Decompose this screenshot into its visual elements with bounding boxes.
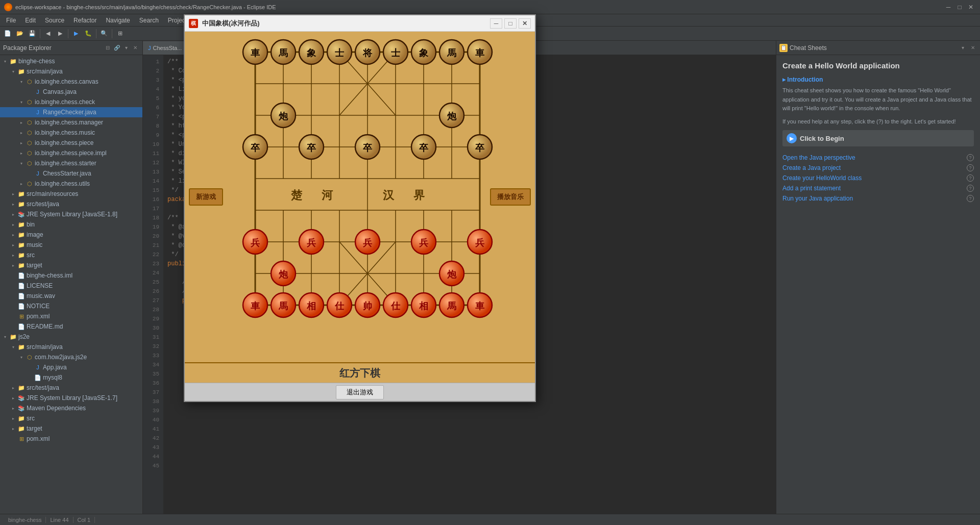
toggle-icon[interactable]: ▸ [17,151,26,156]
cheat-intro-title[interactable]: Introduction [782,76,974,83]
new-game-button[interactable]: 新游戏 [189,188,223,206]
maximize-button[interactable]: □ [954,2,965,12]
tree-pom-xml-2[interactable]: ⊞ pom.xml [0,434,142,444]
minimize-button[interactable]: ─ [943,2,953,12]
toggle-icon[interactable]: ▾ [1,59,9,64]
toggle-icon[interactable]: ▾ [17,355,26,360]
chess-board-area[interactable]: 新游戏 播放音乐 [185,32,535,362]
toolbar-save[interactable]: 💾 [27,28,38,39]
toolbar-perspective[interactable]: ⊞ [114,28,126,39]
cheat-sheets-menu[interactable]: ▾ [959,44,967,52]
tree-src-main-java[interactable]: ▾ 📁 src/main/java [0,66,142,77]
toggle-icon[interactable]: ▾ [17,80,26,84]
help-icon-1[interactable]: ? [967,154,974,161]
toggle-icon[interactable]: ▸ [9,202,17,207]
cheat-add-print-link[interactable]: Add a print statement [782,185,841,192]
tree-mysql8[interactable]: 📄 mysql8 [0,372,142,383]
help-icon-3[interactable]: ? [967,174,974,182]
tree-pkg-starter[interactable]: ▾ ⬡ io.binghe.chess.starter [0,158,142,168]
toolbar-back[interactable]: ◀ [42,28,54,39]
menu-refactor[interactable]: Refactor [69,16,101,25]
toolbar-debug[interactable]: 🐛 [83,28,94,39]
toggle-icon[interactable]: ▸ [9,253,17,258]
view-menu-icon[interactable]: ▾ [122,44,130,52]
tree-pkg-piece-impl[interactable]: ▸ ⬡ io.binghe.chess.piece.impl [0,148,142,158]
tree-license[interactable]: 📄 LICENSE [0,281,142,291]
link-editor-icon[interactable]: 🔗 [113,44,121,52]
cheat-create-project-link[interactable]: Create a Java project [782,164,841,171]
toggle-icon[interactable]: ▸ [9,243,17,247]
tree-project-binghe-chess[interactable]: ▾ 📁 binghe-chess [0,56,142,66]
chess-exit-button[interactable]: 退出游戏 [336,385,384,399]
menu-search[interactable]: Search [135,16,163,25]
chess-close-btn[interactable]: ✕ [519,18,531,29]
toggle-icon[interactable]: ▸ [9,192,17,196]
play-music-button[interactable]: 播放音乐 [490,188,531,206]
tree-bin[interactable]: ▸ 📁 bin [0,219,142,230]
tree-music-wav[interactable]: 📄 music.wav [0,291,142,301]
help-icon-5[interactable]: ? [967,195,974,202]
toggle-icon[interactable]: ▸ [17,131,26,135]
toggle-icon[interactable]: ▸ [17,141,26,145]
toggle-icon[interactable]: ▸ [9,212,17,217]
menu-file[interactable]: File [2,16,20,25]
toolbar-forward[interactable]: ▶ [55,28,66,39]
menu-source[interactable]: Source [41,16,68,25]
tree-target[interactable]: ▸ 📁 target [0,260,142,270]
chess-maximize-btn[interactable]: □ [504,18,517,29]
tree-pkg-piece[interactable]: ▸ ⬡ io.binghe.chess.piece [0,138,142,148]
tree-binghe-iml[interactable]: 📄 binghe-chess.iml [0,270,142,281]
tree-jre-library[interactable]: ▸ 📚 JRE System Library [JavaSE-1.8] [0,209,142,219]
toggle-icon[interactable]: ▸ [9,406,17,411]
tree-js2e-src2[interactable]: ▸ 📁 src [0,413,142,423]
toggle-icon[interactable]: ▸ [9,396,17,401]
tree-app-java[interactable]: J App.java [0,362,142,372]
toggle-icon[interactable]: ▾ [9,345,17,349]
toolbar-run[interactable]: ▶ [70,28,82,39]
menu-edit[interactable]: Edit [21,16,40,25]
tree-pkg-how2java[interactable]: ▾ ⬡ com.how2java.js2e [0,352,142,362]
toggle-icon[interactable]: ▾ [1,335,9,339]
toggle-icon[interactable]: ▸ [9,416,17,421]
menu-navigate[interactable]: Navigate [102,16,134,25]
tree-js2e-target[interactable]: ▸ 📁 target [0,423,142,434]
toolbar-new[interactable]: 📄 [2,28,13,39]
tree-pkg-utils[interactable]: ▸ ⬡ io.binghe.chess.utils [0,179,142,189]
tree-chessstarter-java[interactable]: J ChessStarter.java [0,168,142,179]
toggle-icon[interactable]: ▸ [9,233,17,237]
tree-js2e-src[interactable]: ▾ 📁 src/main/java [0,342,142,352]
tree-pom-xml-1[interactable]: ⊞ pom.xml [0,311,142,321]
tree-js2e-jre[interactable]: ▸ 📚 JRE System Library [JavaSE-1.7] [0,393,142,403]
cheat-run-app-link[interactable]: Run your Java application [782,195,853,202]
package-tree[interactable]: ▾ 📁 binghe-chess ▾ 📁 src/main/java ▾ ⬡ i… [0,55,142,514]
collapse-all-icon[interactable]: ⊟ [104,44,112,52]
tree-notice[interactable]: 📄 NOTICE [0,301,142,311]
tree-src-main-res[interactable]: ▸ 📁 src/main/resources [0,189,142,199]
toggle-icon[interactable]: ▸ [9,427,17,431]
tree-src[interactable]: ▸ 📁 src [0,250,142,260]
toggle-icon[interactable]: ▸ [9,263,17,268]
tree-music[interactable]: ▸ 📁 music [0,240,142,250]
help-icon-4[interactable]: ? [967,185,974,192]
tree-project-js2e[interactable]: ▾ 📁 js2e [0,332,142,342]
close-panel-icon[interactable]: ✕ [131,44,139,52]
cheat-open-java-link[interactable]: Open the Java perspective [782,154,855,161]
toggle-icon[interactable]: ▾ [17,161,26,166]
tree-pkg-check[interactable]: ▾ ⬡ io.binghe.chess.check [0,97,142,107]
tree-readme[interactable]: 📄 README.md [0,321,142,332]
tree-maven-deps[interactable]: ▸ 📚 Maven Dependencies [0,403,142,413]
toggle-icon[interactable]: ▾ [9,69,17,74]
tree-canvas-java[interactable]: J Canvas.java [0,87,142,97]
toolbar-search[interactable]: 🔍 [99,28,110,39]
close-button[interactable]: ✕ [966,2,976,12]
toggle-icon[interactable]: ▸ [9,222,17,227]
toggle-icon[interactable]: ▸ [17,182,26,186]
tree-rangechecker-java[interactable]: J RangeChecker.java [0,107,142,117]
tree-js2e-test[interactable]: ▸ 📁 src/test/java [0,383,142,393]
toggle-icon[interactable]: ▸ [9,386,17,390]
tree-pkg-manager[interactable]: ▸ ⬡ io.binghe.chess.manager [0,117,142,128]
help-icon-2[interactable]: ? [967,164,974,171]
tree-image[interactable]: ▸ 📁 image [0,230,142,240]
toolbar-open[interactable]: 📂 [14,28,26,39]
tree-pkg-music[interactable]: ▸ ⬡ io.binghe.chess.music [0,128,142,138]
